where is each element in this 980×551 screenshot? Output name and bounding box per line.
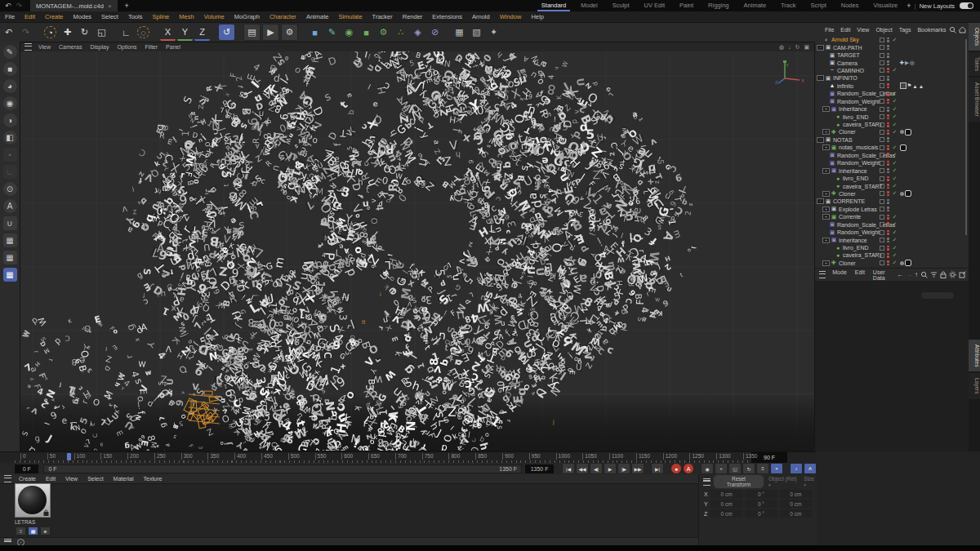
visibility-dots[interactable] bbox=[887, 238, 889, 242]
visibility-dots[interactable] bbox=[887, 176, 889, 181]
menu-tools[interactable]: Tools bbox=[123, 13, 148, 20]
coords-mode-dropdown[interactable]: Object (Rel) ▾ bbox=[768, 476, 800, 487]
expander-icon[interactable]: - bbox=[817, 75, 824, 81]
layer-box[interactable] bbox=[880, 230, 884, 235]
new-document-button[interactable]: + bbox=[125, 2, 129, 10]
timeline-ruler[interactable]: 90 F 05010015020025030035040045050055060… bbox=[0, 451, 817, 464]
coordinates-menu-icon[interactable] bbox=[703, 478, 710, 486]
visibility-dots[interactable] bbox=[887, 114, 889, 119]
expander-icon[interactable]: + bbox=[822, 238, 830, 243]
mat-view-list[interactable]: ≡ bbox=[16, 527, 26, 535]
enabled-check-icon[interactable]: ✓ bbox=[892, 91, 898, 97]
am-menu-user-data[interactable]: User Data bbox=[869, 269, 897, 281]
next-key-button[interactable]: ▶▶ bbox=[631, 463, 644, 474]
menu-modes[interactable]: Modes bbox=[69, 13, 97, 20]
object-row-inheritance[interactable]: +▣Inheritance✓ bbox=[815, 236, 969, 243]
nav-arrow-icon[interactable]: ← bbox=[897, 271, 903, 278]
redo-icon[interactable]: ↷ bbox=[18, 24, 33, 40]
enabled-check-icon[interactable]: ✓ bbox=[892, 176, 898, 182]
workplane-icon[interactable]: ▧ bbox=[469, 24, 484, 40]
layer-box[interactable] bbox=[880, 207, 884, 211]
target-tag-icon[interactable]: ◎ bbox=[910, 60, 915, 66]
expander-icon[interactable]: - bbox=[817, 198, 824, 204]
object-row-caveira-start[interactable]: ●caveira_START✓ bbox=[815, 251, 969, 259]
blacksq-tag-icon[interactable] bbox=[905, 129, 911, 136]
enabled-check-icon[interactable]: ✓ bbox=[892, 229, 898, 236]
visibility-dots[interactable] bbox=[887, 191, 889, 196]
split-b-icon[interactable]: ◧ bbox=[3, 131, 17, 144]
enabled-check-icon[interactable]: ✓ bbox=[892, 190, 898, 197]
layout-tab-paint[interactable]: Paint bbox=[672, 0, 701, 11]
visibility-dots[interactable] bbox=[887, 153, 889, 158]
expander-icon[interactable]: + bbox=[822, 191, 830, 197]
object-row-random-weight[interactable]: ▣Random_Weight✓ bbox=[815, 229, 969, 236]
layout-tab-sculpt[interactable]: Sculpt bbox=[605, 0, 637, 11]
add-layout-button[interactable]: + bbox=[906, 2, 911, 10]
nav-arrow-icon[interactable]: ↑ bbox=[915, 271, 918, 278]
viewport-canvas[interactable] bbox=[20, 51, 814, 451]
object-row-infinito[interactable]: -▣INFINITO bbox=[815, 74, 969, 82]
expander-icon[interactable]: + bbox=[822, 129, 830, 135]
pen-spline-icon[interactable]: ✎ bbox=[324, 24, 340, 40]
visibility-dots[interactable] bbox=[887, 76, 889, 81]
record-button[interactable]: ● bbox=[670, 463, 682, 474]
scale-tool-icon[interactable]: ◱ bbox=[94, 24, 109, 40]
deformer-icon[interactable]: ⊘ bbox=[427, 24, 443, 40]
visibility-dots[interactable] bbox=[887, 184, 889, 189]
fields-icon[interactable]: ◈ bbox=[410, 24, 425, 40]
autokey-button[interactable]: A bbox=[683, 463, 694, 474]
enabled-check-icon[interactable]: ✓ bbox=[892, 252, 898, 259]
layer-box[interactable] bbox=[880, 191, 884, 196]
menu-window[interactable]: Window bbox=[495, 13, 527, 20]
object-row-corrente[interactable]: +▣Corrente✓ bbox=[815, 213, 969, 220]
viewport[interactable]: ViewCamerasDisplayOptionsFilterPanel◍↓↻▣… bbox=[20, 42, 815, 451]
menu-render[interactable]: Render bbox=[398, 13, 428, 20]
generators-icon[interactable]: ◕ bbox=[3, 79, 17, 93]
expander-icon[interactable]: + bbox=[822, 207, 830, 212]
gear-icon[interactable] bbox=[949, 271, 956, 278]
side-tab-asset-browser[interactable]: Asset Browser bbox=[969, 78, 980, 122]
object-row-random-scale-letras[interactable]: ▣Random_Scale_Letras✓ bbox=[815, 90, 969, 97]
render-picture-viewer-icon[interactable]: ▶ bbox=[262, 24, 279, 41]
blacksq-tag-icon[interactable] bbox=[900, 144, 906, 151]
layer-box[interactable] bbox=[880, 107, 884, 112]
grid-b-icon[interactable]: ▦ bbox=[3, 251, 17, 264]
layer-box[interactable] bbox=[880, 122, 884, 127]
spline-pen-icon[interactable]: ✎ bbox=[3, 45, 17, 59]
visibility-dots[interactable] bbox=[887, 145, 889, 150]
object-row-cloner[interactable]: +✚Cloner✓ bbox=[815, 128, 969, 136]
enabled-check-icon[interactable]: ✓ bbox=[892, 245, 898, 251]
expander-icon[interactable]: + bbox=[822, 214, 830, 220]
expander-icon[interactable]: + bbox=[822, 106, 830, 112]
expander-icon[interactable]: + bbox=[822, 168, 830, 174]
layer-box[interactable] bbox=[880, 91, 884, 96]
object-row-caminho[interactable]: ~CAMINHO✓ bbox=[815, 67, 969, 74]
visibility-dots[interactable] bbox=[887, 122, 889, 127]
layout-tab-track[interactable]: Track bbox=[773, 0, 803, 11]
object-row-cloner[interactable]: +✚Cloner✓ bbox=[815, 260, 969, 267]
layer-box[interactable] bbox=[880, 114, 884, 119]
rotation-field[interactable]: 0 ° bbox=[745, 509, 777, 518]
object-row-target[interactable]: ▣TARGET bbox=[815, 51, 969, 59]
object-row-inheritance[interactable]: +▣Inheritance✓ bbox=[815, 105, 969, 113]
menu-create[interactable]: Create bbox=[40, 13, 69, 20]
menu-select[interactable]: Select bbox=[96, 13, 123, 20]
enabled-check-icon[interactable]: ✓ bbox=[892, 237, 898, 243]
layout-tab-visualize[interactable]: Visualize bbox=[866, 0, 905, 11]
visibility-dots[interactable] bbox=[887, 161, 889, 166]
loop-start-field[interactable]: 0 F bbox=[15, 464, 38, 473]
attribute-manager-menu-icon[interactable] bbox=[819, 271, 826, 278]
key-rotation-button[interactable]: ↻ bbox=[742, 463, 755, 474]
layout-tab-rigging[interactable]: Rigging bbox=[701, 0, 736, 11]
corner-tag-icon[interactable]: ▶ bbox=[905, 60, 909, 66]
object-row-caveira-start[interactable]: ●caveira_START✓ bbox=[815, 121, 969, 128]
subdivision-icon[interactable]: ◉ bbox=[3, 96, 17, 110]
crosshair-tag-icon[interactable]: ✚ bbox=[900, 60, 904, 66]
layer-box[interactable] bbox=[880, 99, 884, 104]
layout-toggle[interactable] bbox=[960, 2, 973, 9]
mat-view-icons[interactable]: ■ bbox=[40, 527, 51, 535]
viewport-menu-cameras[interactable]: Cameras bbox=[55, 44, 86, 50]
layer-box[interactable] bbox=[880, 238, 884, 242]
filter-icon[interactable] bbox=[930, 271, 938, 278]
visibility-dots[interactable] bbox=[887, 222, 889, 227]
